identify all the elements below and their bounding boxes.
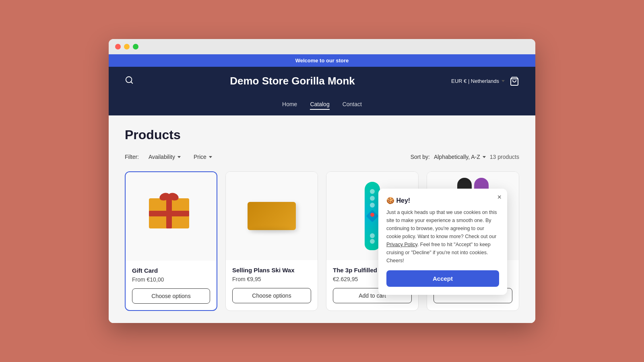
browser-titlebar xyxy=(109,39,535,54)
product-card-gift-card[interactable]: Gift Card From €10,00 Choose options xyxy=(125,171,217,311)
sb-dot-5 xyxy=(370,239,375,244)
product-image-gift-card xyxy=(126,172,217,261)
cookie-close-button[interactable]: × xyxy=(497,193,502,201)
sb-dot-3 xyxy=(370,203,375,208)
products-area: Gift Card From €10,00 Choose options xyxy=(125,171,519,311)
availability-chevron-icon xyxy=(178,156,181,158)
snowboard-visual xyxy=(365,180,380,252)
product-price-gift-card: From €10,00 xyxy=(132,276,210,283)
cookie-title: 🍪 Hey! xyxy=(386,197,499,204)
choose-options-ski-wax[interactable]: Choose options xyxy=(232,288,311,303)
currency-selector[interactable]: EUR € | Netherlands xyxy=(451,78,505,84)
snowboard-board xyxy=(365,182,380,250)
nav-home[interactable]: Home xyxy=(282,101,297,110)
product-info-ski-wax: Selling Plans Ski Wax From €9,95 Choose … xyxy=(226,260,318,310)
products-title: Products xyxy=(125,128,519,142)
product-image-ski-wax xyxy=(226,172,318,260)
nav-catalog[interactable]: Catalog xyxy=(310,101,329,110)
price-filter-label: Price xyxy=(194,154,206,160)
svg-line-1 xyxy=(131,82,132,83)
cart-icon[interactable] xyxy=(510,76,519,86)
cookie-emoji: 🍪 xyxy=(386,197,394,204)
announcement-bar: Welcome to our store xyxy=(109,54,535,67)
sort-label: Sort by: xyxy=(411,154,430,160)
cookie-text: Just a quick heads up that we use cookie… xyxy=(386,208,499,265)
sb-dot-2 xyxy=(370,196,375,201)
sb-dot-1 xyxy=(370,189,375,194)
nav-contact[interactable]: Contact xyxy=(343,101,362,110)
ski-wax-shadow xyxy=(252,228,292,232)
product-name-gift-card: Gift Card xyxy=(132,267,210,274)
announcement-text: Welcome to our store xyxy=(295,58,349,64)
minimize-button[interactable] xyxy=(124,44,130,49)
close-button[interactable] xyxy=(115,44,121,49)
sort-value: Alphabetically, A-Z xyxy=(434,154,480,160)
product-info-gift-card: Gift Card From €10,00 Choose options xyxy=(126,261,217,310)
product-name-ski-wax: Selling Plans Ski Wax xyxy=(232,267,311,274)
header-actions: EUR € | Netherlands xyxy=(451,76,519,86)
store-nav: Home Catalog Contact xyxy=(125,95,519,115)
gift-card-image xyxy=(149,198,193,234)
header-top: Demo Store Gorilla Monk EUR € | Netherla… xyxy=(125,67,519,95)
store-title: Demo Store Gorilla Monk xyxy=(230,75,355,87)
filters-row: Filter: Availability Price Sort by: Alph… xyxy=(125,152,519,162)
availability-filter-label: Availability xyxy=(149,154,175,160)
filter-label: Filter: xyxy=(125,154,139,160)
ribbon-horizontal xyxy=(149,211,189,216)
product-count: 13 products xyxy=(490,154,519,160)
gift-box-body xyxy=(149,198,189,228)
gift-bow xyxy=(159,191,179,204)
sb-dot-red xyxy=(370,213,374,217)
sort-chevron-icon xyxy=(483,156,486,158)
ski-wax-block xyxy=(248,202,296,230)
currency-text: EUR € | Netherlands xyxy=(451,78,499,84)
choose-options-gift-card[interactable]: Choose options xyxy=(132,288,210,304)
store-header: Demo Store Gorilla Monk EUR € | Netherla… xyxy=(109,67,535,115)
price-filter[interactable]: Price xyxy=(190,152,215,162)
cookie-hey-text: Hey! xyxy=(396,197,410,204)
product-card-ski-wax[interactable]: Selling Plans Ski Wax From €9,95 Choose … xyxy=(225,171,318,311)
price-chevron-icon xyxy=(209,156,212,158)
filters-right: Sort by: Alphabetically, A-Z 13 products xyxy=(411,154,519,160)
cookie-popup: × 🍪 Hey! Just a quick heads up that we u… xyxy=(378,189,507,295)
ski-wax-visual xyxy=(248,202,296,230)
availability-filter[interactable]: Availability xyxy=(145,152,184,162)
cookie-accept-button[interactable]: Accept xyxy=(386,270,499,287)
currency-chevron-icon xyxy=(502,80,505,82)
cookie-body-text: Just a quick heads up that we use cookie… xyxy=(386,210,497,239)
store-wrapper: Welcome to our store Demo Store Gorilla … xyxy=(109,54,535,323)
filters-left: Filter: Availability Price xyxy=(125,152,215,162)
products-section: Products Filter: Availability Price Sort… xyxy=(109,115,535,323)
sb-dot-4 xyxy=(370,233,375,238)
privacy-policy-link[interactable]: Privacy Policy xyxy=(386,242,417,247)
maximize-button[interactable] xyxy=(133,44,138,49)
search-icon[interactable] xyxy=(125,76,134,86)
product-price-ski-wax: From €9,95 xyxy=(232,276,311,282)
svg-point-5 xyxy=(167,195,171,200)
sort-select[interactable]: Alphabetically, A-Z xyxy=(434,154,486,160)
